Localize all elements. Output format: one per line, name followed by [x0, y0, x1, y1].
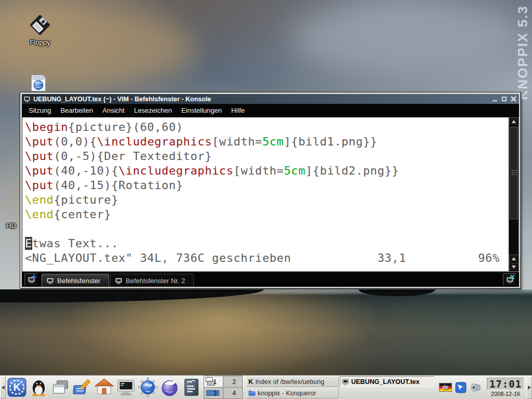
desktop-pager: 1234	[204, 376, 243, 399]
task-index-of-bw-tex-uebung[interactable]: KIndex of /bw/tex/uebung	[246, 376, 339, 387]
cloud	[291, 3, 514, 71]
terminal-line: <NG_LAYOUT.tex" 34L, 736C geschrieben 33…	[25, 251, 509, 265]
clock-date: 2008-12-16	[491, 391, 520, 397]
terminal-line: \put(40,-15){Rotation}	[25, 178, 509, 193]
knoppix-version-label: KNOPPIX 5.3	[515, 5, 531, 100]
browser-document-icon	[29, 74, 48, 92]
desktop-sea	[0, 289, 532, 375]
menu-einstellungen[interactable]: Einstellungen	[177, 104, 227, 117]
scrollbar[interactable]	[509, 117, 518, 271]
terminal-line: \begin{picture}(60,60)	[25, 120, 509, 135]
scroll-up-button[interactable]	[509, 117, 518, 126]
close-session-x-icon	[509, 274, 515, 280]
launcher-home[interactable]	[93, 376, 115, 399]
window-title: UEBUNG_LAYOUT.tex (~) - VIM - Befehlsfen…	[33, 96, 491, 103]
task-knoppix-konqueror[interactable]: knoppix - Konqueror	[246, 388, 339, 398]
clock[interactable]: 17:01 2008-12-16	[485, 378, 526, 397]
system-tray: de	[439, 381, 482, 394]
new-session-spark-icon	[31, 274, 37, 280]
menu-bar: SitzungBearbeitenAnsichtLesezeichenEinst…	[22, 104, 519, 117]
close-button[interactable]	[510, 96, 517, 103]
terminal-line: \put(0,0){\includegraphics[width=5cm]{bi…	[25, 135, 509, 149]
scrollbar-grip	[511, 169, 517, 176]
arrow-left-icon	[2, 385, 5, 390]
menu-bearbeiten[interactable]: Bearbeiten	[56, 104, 98, 117]
keyboard-layout-indicator[interactable]: de	[439, 383, 452, 392]
close-session-button[interactable]	[503, 273, 516, 286]
launcher-openoffice[interactable]	[180, 376, 202, 399]
launcher-kmenu[interactable]: K	[6, 376, 28, 399]
launcher-konqueror[interactable]	[137, 376, 158, 399]
vim-cursor: E	[25, 237, 32, 250]
notes-pencil-icon	[73, 378, 92, 397]
volume-icon[interactable]	[470, 381, 482, 394]
menu-sitzung[interactable]: Sitzung	[24, 104, 56, 117]
svg-text:K: K	[13, 381, 20, 393]
pager-desktop-2[interactable]: 2	[223, 376, 242, 387]
maximize-button[interactable]	[500, 96, 508, 103]
desktop-icon-floppy[interactable]: Floppy	[23, 11, 57, 46]
pager-desktop-1[interactable]: 1	[204, 376, 223, 387]
floppy-icon	[26, 11, 54, 38]
menu-lesezeichen[interactable]: Lesezeichen	[129, 104, 177, 117]
penguin-icon	[29, 378, 48, 397]
terminal-line: \put(40,-10){\includegraphics[width=5cm]…	[25, 164, 509, 178]
pager-desktop-4[interactable]: 4	[223, 388, 242, 398]
terminal-line: \put(0,-5){Der Texteditor}	[25, 149, 509, 164]
terminal-line: \end{center}	[25, 207, 509, 222]
new-session-button[interactable]	[24, 273, 38, 286]
scroll-up-button-bottom[interactable]	[509, 255, 518, 263]
launcher-knoppix[interactable]	[28, 376, 49, 399]
launcher-iceweasel[interactable]	[158, 376, 180, 399]
terminal-line	[25, 222, 509, 236]
minimize-button[interactable]	[491, 96, 499, 103]
terminal-line: \end{picture}	[25, 193, 509, 207]
task-list: KIndex of /bw/tex/uebungUEBUNG_LAYOUT.te…	[246, 376, 434, 398]
konqueror-icon	[138, 378, 157, 397]
konsole-window: UEBUNG_LAYOUT.tex (~) - VIM - Befehlsfen…	[20, 92, 521, 289]
tab-bar: BefehlsfensterBefehlsfenster Nr. 2	[22, 272, 519, 287]
clock-time: 17:01	[487, 378, 524, 390]
openoffice-icon	[182, 378, 201, 397]
desktop-icon-browser[interactable]	[29, 74, 48, 92]
task-uebung-layout-tex[interactable]: UEBUNG_LAYOUT.tex	[340, 376, 434, 387]
desktop-icon-hd-label[interactable]: HD	[6, 222, 16, 230]
pager-desktop-3[interactable]: 3	[204, 388, 223, 398]
konsole-icon	[116, 378, 136, 397]
panel-hide-left-button[interactable]	[0, 376, 6, 399]
konsole-window-icon	[23, 96, 31, 103]
scrollbar-thumb[interactable]	[510, 127, 518, 219]
tab-befehlsfenster-nr-2[interactable]: Befehlsfenster Nr. 2	[110, 274, 194, 287]
quick-launch-dock: K	[6, 376, 202, 399]
kmenu-icon: K	[7, 378, 26, 397]
home-icon	[95, 378, 114, 397]
title-bar[interactable]: UEBUNG_LAYOUT.tex (~) - VIM - Befehlsfen…	[22, 94, 519, 104]
windows-icon	[51, 378, 70, 397]
terminal-line: Etwas Text...	[25, 236, 509, 251]
launcher-show-desktop[interactable]	[49, 376, 71, 399]
menu-hilfe[interactable]: Hilfe	[227, 104, 249, 117]
desktop-icon-label: Floppy	[30, 38, 50, 46]
knoppix-tool-tray-icon[interactable]	[455, 382, 467, 393]
panel-hide-right-button[interactable]	[526, 376, 532, 399]
arrow-right-icon	[528, 385, 531, 390]
menu-ansicht[interactable]: Ansicht	[98, 104, 129, 117]
terminal-content[interactable]: \begin{picture}(60,60)\put(0,0){\include…	[22, 117, 509, 271]
terminal-area: \begin{picture}(60,60)\put(0,0){\include…	[22, 117, 519, 272]
iceweasel-icon	[160, 378, 179, 397]
scroll-down-button[interactable]	[509, 263, 518, 271]
taskbar: K	[0, 375, 532, 399]
tab-befehlsfenster[interactable]: Befehlsfenster	[42, 274, 109, 287]
keyboard-layout-label: de	[440, 383, 451, 391]
launcher-editor[interactable]	[71, 376, 93, 399]
launcher-konsole[interactable]	[115, 376, 137, 399]
